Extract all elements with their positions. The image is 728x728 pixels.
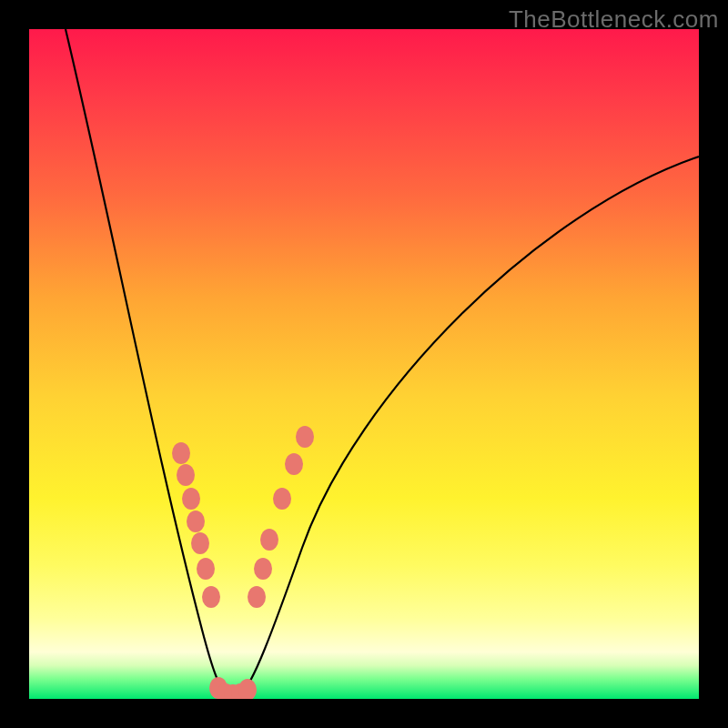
chart-frame: TheBottleneck.com xyxy=(0,0,728,728)
watermark-text: TheBottleneck.com xyxy=(509,5,719,34)
marker-left-3 xyxy=(187,511,205,532)
marker-left-1 xyxy=(177,464,195,486)
curve-layer xyxy=(29,29,699,699)
plot-area xyxy=(29,29,699,699)
marker-right-4 xyxy=(285,453,303,475)
marker-left-5 xyxy=(197,558,215,580)
marker-group xyxy=(172,426,314,699)
marker-right-0 xyxy=(248,586,266,608)
marker-left-4 xyxy=(191,532,209,554)
marker-right-3 xyxy=(273,488,291,510)
right-branch-curve xyxy=(240,157,699,694)
marker-opt-4 xyxy=(238,679,257,699)
marker-right-2 xyxy=(260,529,278,551)
marker-left-0 xyxy=(172,442,190,464)
marker-right-1 xyxy=(254,558,272,580)
marker-right-5 xyxy=(296,426,314,448)
marker-left-6 xyxy=(202,586,220,608)
marker-left-2 xyxy=(182,488,200,510)
